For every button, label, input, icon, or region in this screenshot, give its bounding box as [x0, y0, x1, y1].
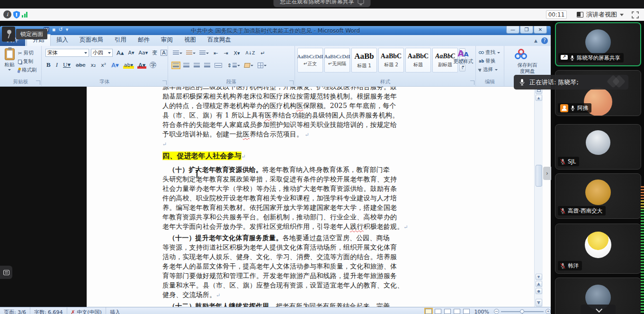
zoom-out-button[interactable]: −	[494, 309, 499, 314]
status-word-count[interactable]: 字数: 6,694	[30, 307, 67, 314]
participant-tile[interactable]: 韩洋	[555, 224, 641, 274]
paragraph-dialog-launcher[interactable]	[289, 81, 294, 85]
italic-button[interactable]: I	[55, 61, 59, 69]
zoom-in-button[interactable]: +	[546, 309, 551, 314]
bullets-button[interactable]	[173, 51, 182, 55]
next-page-button[interactable]: ▼	[536, 299, 542, 306]
numbering-button[interactable]	[186, 51, 196, 55]
font-family-combo[interactable]: 宋体	[45, 49, 89, 57]
borders-button[interactable]	[258, 63, 267, 68]
save-to-baidu-button[interactable]	[515, 49, 527, 60]
style-normal[interactable]: AaBbCcDdI↵正文	[297, 48, 323, 72]
font-size-combo[interactable]: 小四	[91, 49, 113, 57]
align-center-button[interactable]	[183, 63, 189, 68]
participant-tile[interactable]: 陈晓琴的屏幕共享	[555, 22, 641, 66]
sidebar-left-handle[interactable]	[0, 266, 12, 279]
collapse-ribbon-icon[interactable]: ▲	[534, 38, 537, 43]
highlight-color-button[interactable]: ab▾	[123, 61, 134, 69]
enclose-characters-button[interactable]: 字	[150, 62, 156, 68]
restore-button[interactable]: ❐	[520, 26, 533, 34]
change-styles-button[interactable]: AA 更改样式	[452, 49, 474, 67]
replace-button[interactable]: ab 替换	[479, 58, 495, 64]
shading-button[interactable]	[244, 63, 253, 68]
tab-review[interactable]: 审阅	[155, 35, 179, 46]
distribute-button[interactable]	[215, 63, 222, 68]
style-heading1[interactable]: AaBb标题 1	[351, 48, 377, 72]
help-icon[interactable]: ?	[541, 37, 548, 44]
paste-button[interactable]: 粘贴	[3, 48, 16, 71]
status-language[interactable]: ✗ 中文(中国)	[67, 307, 106, 314]
decrease-indent-button[interactable]: ⇤	[213, 49, 219, 57]
phonetic-guide-button[interactable]: 变	[151, 49, 158, 56]
styles-dialog-launcher[interactable]	[470, 81, 474, 85]
screen-share-notice[interactable]: 您正在观看陈晓琴的屏幕共享	[274, 0, 371, 7]
style-title[interactable]: AaBbC标题	[405, 48, 431, 72]
format-painter-button[interactable]: 格式刷	[18, 67, 37, 73]
lock-screen-tooltip[interactable]: 锁定画面	[2, 27, 47, 42]
tab-view[interactable]: 视图	[179, 35, 202, 46]
save-to-baidu-label[interactable]: 保存到百度网盘	[504, 62, 550, 74]
strikethrough-button[interactable]: abe	[75, 61, 87, 69]
document-page[interactable]: 源丰富地区的二级及以下医疗机构转型，开展康复、护理以及医养结合服务。鼓励基层积极…	[87, 87, 551, 307]
increase-indent-button[interactable]: ⇥	[223, 49, 229, 57]
font-dialog-launcher[interactable]	[162, 81, 167, 85]
underline-button[interactable]: U▾	[62, 61, 72, 69]
show-hide-marks-button[interactable]: ↵	[259, 49, 266, 57]
sort-button[interactable]: A↓Z	[245, 49, 256, 57]
outline-view-button[interactable]	[454, 309, 460, 314]
line-spacing-button[interactable]: ⇕	[226, 62, 240, 69]
text-effects-button[interactable]: A▾	[110, 61, 119, 69]
participant-tile[interactable]: 高霞-西南交大	[555, 173, 641, 219]
word-titlebar[interactable]: W ▪ ↺ ▾ 中共中央 国务院关于加强新时代老龄工作的意见 - Microso…	[0, 26, 551, 35]
close-button[interactable]: ✕	[534, 26, 547, 34]
status-page[interactable]: 页面: 3/6	[0, 307, 30, 314]
security-shield-icon[interactable]	[12, 10, 21, 19]
select-button[interactable]: 选择	[479, 66, 498, 73]
bold-button[interactable]: B	[45, 61, 52, 69]
scroll-down-button[interactable]: ▼	[536, 274, 542, 280]
select-browse-object-button[interactable]: ●	[536, 288, 542, 294]
grow-font-button[interactable]: A▴	[116, 49, 125, 56]
tab-page-layout[interactable]: 页面布局	[74, 35, 109, 46]
tab-mailings[interactable]: 邮件	[132, 35, 155, 46]
participant-tile[interactable]	[555, 278, 641, 314]
align-right-button[interactable]	[194, 63, 200, 68]
network-signal-icon[interactable]	[22, 12, 27, 18]
view-mode-button[interactable]: 演讲者视图	[573, 10, 627, 19]
zoom-level[interactable]: 100%	[473, 309, 491, 314]
subscript-button[interactable]: x₂	[89, 61, 97, 69]
tab-insert[interactable]: 插入	[51, 35, 74, 46]
scrollbar-thumb[interactable]	[536, 165, 542, 187]
character-border-button[interactable]: A	[161, 50, 167, 56]
draft-view-button[interactable]	[463, 309, 470, 314]
multilevel-list-button[interactable]	[199, 51, 209, 55]
collapse-sidebar-tab[interactable]: ›	[543, 167, 551, 180]
scroll-more-participants-button[interactable]	[581, 305, 616, 314]
fullscreen-reading-view-button[interactable]	[435, 309, 441, 314]
participant-tile[interactable]: SJL	[555, 124, 641, 170]
tab-references[interactable]: 引用	[109, 35, 132, 46]
find-button[interactable]: 查找	[479, 49, 500, 56]
change-case-button[interactable]: Aa▾	[137, 49, 149, 56]
shrink-font-button[interactable]: A▾	[127, 49, 135, 56]
style-heading2[interactable]: AaBbC标题 2	[378, 48, 404, 72]
web-layout-view-button[interactable]	[444, 309, 451, 314]
asian-layout-button[interactable]: X▾	[233, 49, 241, 57]
align-left-button[interactable]	[173, 63, 179, 68]
copy-button[interactable]: 复制	[18, 58, 33, 65]
fullscreen-icon[interactable]	[632, 11, 639, 18]
scroll-up-button[interactable]: ▲	[536, 95, 542, 101]
superscript-button[interactable]: x²	[100, 61, 107, 69]
font-color-button[interactable]: A▾	[137, 61, 146, 69]
zoom-slider[interactable]: − +	[494, 309, 551, 314]
vertical-scrollbar[interactable]: ▲ ▼ ▲ ● ▼	[534, 87, 543, 307]
previous-page-button[interactable]: ▲	[536, 281, 542, 287]
tab-baidu-netdisk[interactable]: 百度网盘	[202, 35, 237, 46]
style-no-spacing[interactable]: AaBbCcDdI↵无间隔	[324, 48, 350, 72]
clipboard-dialog-launcher[interactable]	[36, 81, 40, 85]
zoom-slider-thumb[interactable]	[520, 309, 524, 314]
justify-button[interactable]	[204, 63, 210, 68]
cut-button[interactable]: ✂剪切	[18, 50, 34, 56]
meeting-info-icon[interactable]: i	[3, 10, 11, 18]
status-insert-mode[interactable]: 插入	[106, 307, 124, 314]
